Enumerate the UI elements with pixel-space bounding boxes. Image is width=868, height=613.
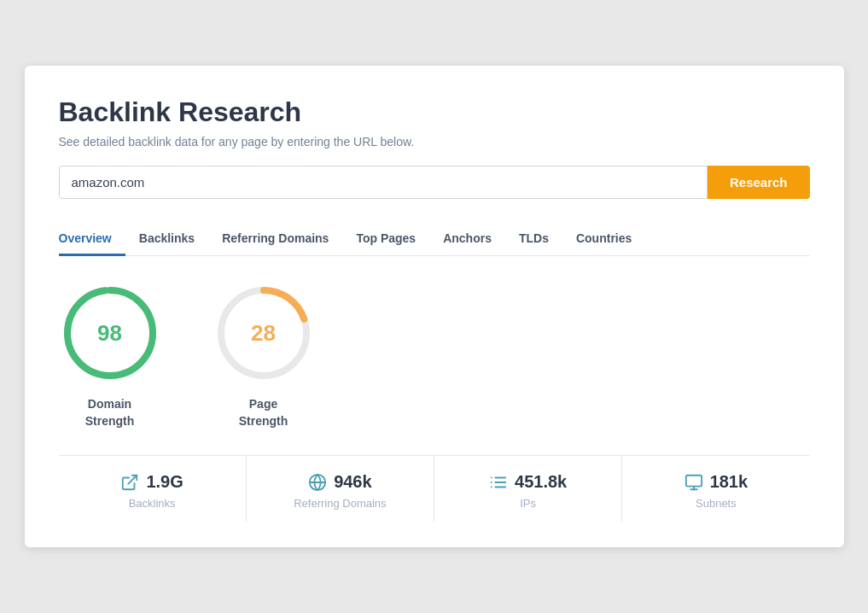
tab-backlinks[interactable]: Backlinks xyxy=(125,223,208,256)
domain-strength-label: DomainStrength xyxy=(85,396,135,429)
monitor-icon xyxy=(684,471,703,492)
stat-backlinks: 1.9G Backlinks xyxy=(59,456,247,522)
svg-line-4 xyxy=(129,476,137,484)
page-subtitle: See detailed backlink data for any page … xyxy=(59,135,810,149)
tab-countries[interactable]: Countries xyxy=(562,223,645,256)
backlinks-value: 1.9G xyxy=(146,472,183,492)
stat-subnets: 181k Subnets xyxy=(622,456,809,522)
ips-value: 451.8k xyxy=(515,472,567,492)
tab-overview[interactable]: Overview xyxy=(59,223,125,256)
page-strength-chart: 28 PageStrength xyxy=(213,282,315,429)
metrics-section: 98 DomainStrength 28 PageStrength xyxy=(59,256,810,447)
ips-label: IPs xyxy=(520,497,536,510)
page-strength-label: PageStrength xyxy=(239,396,288,429)
search-row: Research xyxy=(59,166,810,199)
tab-referring-domains[interactable]: Referring Domains xyxy=(208,223,342,256)
tab-tlds[interactable]: TLDs xyxy=(505,223,562,256)
domain-strength-value: 98 xyxy=(97,320,122,347)
referring-domains-label: Referring Domains xyxy=(294,497,386,510)
main-card: Backlink Research See detailed backlink … xyxy=(25,66,844,547)
domain-strength-circle: 98 xyxy=(59,282,161,384)
page-strength-value: 28 xyxy=(251,320,276,347)
stat-referring-domains: 946k Referring Domains xyxy=(247,456,434,522)
page-strength-circle: 28 xyxy=(213,282,315,384)
svg-rect-13 xyxy=(685,476,701,487)
stat-ips: 451.8k IPs xyxy=(434,456,622,522)
tab-anchors[interactable]: Anchors xyxy=(429,223,505,256)
tab-top-pages[interactable]: Top Pages xyxy=(342,223,429,256)
tabs-nav: Overview Backlinks Referring Domains Top… xyxy=(59,223,810,256)
stats-row: 1.9G Backlinks 946k Referring Domains xyxy=(59,455,810,522)
list-icon xyxy=(489,471,508,492)
subnets-value: 181k xyxy=(710,472,749,492)
url-search-input[interactable] xyxy=(59,166,708,199)
research-button[interactable]: Research xyxy=(708,166,810,199)
external-link-icon xyxy=(120,471,139,492)
subnets-label: Subnets xyxy=(696,497,737,510)
referring-domains-value: 946k xyxy=(334,472,372,492)
globe-icon xyxy=(308,471,327,492)
backlinks-label: Backlinks xyxy=(129,497,176,510)
page-title: Backlink Research xyxy=(59,96,810,128)
domain-strength-chart: 98 DomainStrength xyxy=(59,282,161,429)
